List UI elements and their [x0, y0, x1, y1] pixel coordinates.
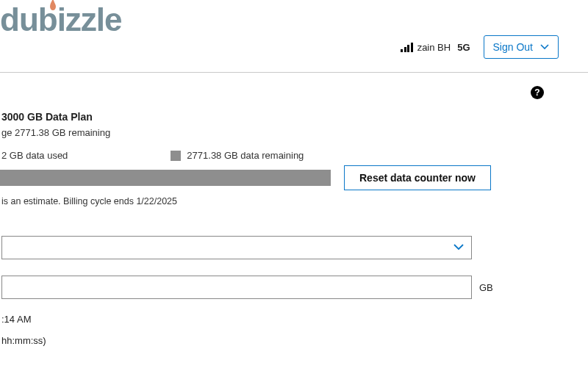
estimate-text: is an estimate. Billing cycle ends 1/22/…	[1, 196, 588, 206]
watermark-logo: dubizzle	[0, 1, 122, 38]
gb-input[interactable]	[1, 276, 472, 299]
format-text: hh:mm:ss)	[1, 335, 588, 346]
content-area: 3000 GB Data Plan ge 2771.38 GB remainin…	[0, 99, 588, 346]
plan-subtitle: ge 2771.38 GB remaining	[1, 127, 588, 138]
swatch-icon	[171, 151, 181, 161]
gb-input-row: GB	[1, 276, 588, 299]
help-icon[interactable]: ?	[531, 86, 544, 99]
reset-data-counter-button[interactable]: Reset data counter now	[344, 165, 491, 190]
usage-legend: 2 GB data used 2771.38 GB data remaining	[1, 150, 588, 161]
signal-icon	[401, 42, 413, 52]
carrier-status: zain BH 5G	[401, 42, 470, 53]
used-label: 2 GB data used	[1, 150, 68, 161]
network-badge: 5G	[457, 42, 470, 53]
usage-bar-row: Reset data counter now	[0, 165, 588, 190]
flame-icon	[48, 0, 58, 15]
usage-bar	[0, 170, 331, 186]
plan-title: 3000 GB Data Plan	[1, 111, 588, 123]
legend-used: 2 GB data used	[1, 150, 68, 161]
select-field[interactable]	[1, 236, 472, 259]
chevron-down-icon	[453, 244, 464, 251]
legend-remaining: 2771.38 GB data remaining	[171, 150, 304, 161]
signout-label: Sign Out	[493, 41, 533, 53]
carrier-name: zain BH	[417, 42, 451, 53]
time-text: :14 AM	[1, 314, 588, 325]
gb-unit-label: GB	[479, 282, 493, 293]
chevron-down-icon	[540, 44, 549, 50]
remaining-label: 2771.38 GB data remaining	[187, 150, 304, 161]
fields-section: GB :14 AM hh:mm:ss)	[0, 236, 588, 346]
signout-button[interactable]: Sign Out	[484, 35, 559, 59]
